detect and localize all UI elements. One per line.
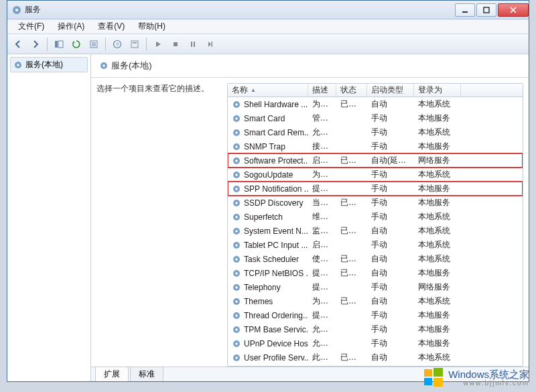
forward-button[interactable]	[27, 36, 44, 52]
watermark-url: www.bjjmlv.com	[448, 379, 529, 387]
gear-icon	[232, 142, 241, 151]
cell-start: 手动	[367, 113, 414, 124]
service-row[interactable]: Thread Ordering...提供...手动本地服务	[228, 308, 523, 322]
toolbar-separator	[146, 38, 147, 51]
svg-rect-57	[424, 369, 432, 377]
service-row[interactable]: User Profile Serv...此服...已启动自动本地系统	[228, 350, 523, 365]
service-row[interactable]: Superfetch维护...手动本地系统	[228, 210, 523, 224]
cell-name: Themes	[228, 297, 308, 306]
menu-view[interactable]: 查看(V)	[91, 19, 131, 34]
gear-icon	[232, 353, 241, 363]
svg-point-26	[235, 145, 238, 148]
menu-action[interactable]: 操作(A)	[51, 19, 91, 34]
gear-icon	[232, 241, 241, 250]
service-row[interactable]: SSDP Discovery当发...已启动手动本地服务	[228, 196, 523, 210]
gear-icon	[232, 297, 241, 306]
back-button[interactable]	[10, 36, 26, 52]
menu-file[interactable]: 文件(F)	[11, 19, 51, 34]
svg-point-1	[15, 9, 18, 11]
column-header-name[interactable]: 名称▲	[228, 84, 308, 96]
cell-logon: 本地系统	[414, 352, 461, 363]
services-list-body[interactable]: Shell Hardware ...为自...已启动自动本地系统Smart Ca…	[228, 97, 523, 366]
svg-point-34	[235, 202, 238, 204]
service-row[interactable]: TCP/IP NetBIOS ...提供 ...已启动自动本地服务	[228, 266, 523, 280]
menu-help[interactable]: 帮助(H)	[131, 19, 172, 34]
minimize-button[interactable]	[455, 3, 475, 17]
service-row[interactable]: TPM Base Servic...允许...手动本地服务	[228, 322, 523, 336]
restart-service-button[interactable]	[202, 36, 218, 52]
help-button[interactable]: ?	[109, 36, 125, 52]
cell-desc: 允许...	[308, 324, 336, 335]
column-header-logon[interactable]: 登录为	[414, 84, 461, 96]
service-row[interactable]: Software Protect...启用 ...已启动自动(延迟...网络服务	[228, 153, 523, 168]
cell-logon: 本地服务	[414, 197, 461, 208]
service-row[interactable]: System Event N...监视...已启动自动本地系统	[228, 224, 523, 238]
cell-logon: 本地服务	[414, 310, 461, 321]
service-row[interactable]: SPP Notification ...提供...手动本地服务	[228, 182, 523, 196]
start-service-button[interactable]	[150, 36, 166, 52]
cell-desc: 提供 ...	[308, 267, 336, 279]
stop-service-button[interactable]	[168, 36, 184, 52]
cell-logon: 本地服务	[414, 324, 461, 335]
show-hide-tree-button[interactable]	[51, 36, 67, 52]
window-title: 服务	[25, 4, 454, 15]
tab-standard[interactable]: 标准	[130, 367, 163, 381]
toolbar: ?	[7, 34, 529, 54]
export-list-button[interactable]	[86, 36, 102, 52]
cell-logon: 本地系统	[414, 127, 461, 138]
service-row[interactable]: Tablet PC Input ...启用 ...手动本地系统	[228, 238, 523, 252]
svg-point-18	[103, 64, 105, 67]
cell-start: 手动	[367, 141, 414, 152]
gear-icon	[232, 170, 241, 180]
cell-desc: 允许...	[308, 338, 336, 349]
service-row[interactable]: Themes为用...已启动自动本地系统	[228, 294, 523, 308]
svg-point-22	[235, 117, 238, 120]
cell-desc: 启用 ...	[308, 239, 336, 251]
tree-node-services-local[interactable]: 服务(本地)	[10, 57, 88, 72]
gear-icon	[13, 60, 23, 70]
cell-start: 自动(延迟...	[367, 155, 414, 166]
maximize-button[interactable]	[476, 3, 496, 17]
services-app-icon	[11, 5, 22, 15]
cell-desc: 使用...	[308, 253, 336, 265]
tab-extended[interactable]: 扩展	[95, 367, 129, 381]
service-row[interactable]: SogouUpdate为搜...手动本地系统	[228, 168, 523, 182]
detail-pane-header: 服务(本地)	[91, 54, 529, 78]
svg-rect-12	[191, 42, 192, 47]
close-button[interactable]	[498, 3, 529, 17]
cell-state: 已启动	[336, 253, 367, 265]
description-prompt: 选择一个项目来查看它的描述。	[96, 83, 222, 94]
cell-logon: 本地系统	[414, 211, 461, 222]
refresh-button[interactable]	[68, 36, 84, 52]
service-row[interactable]: Smart Card管理...手动本地服务	[228, 111, 523, 125]
cell-logon: 本地系统	[414, 239, 461, 251]
pause-service-button[interactable]	[185, 36, 201, 52]
cell-start: 自动	[367, 99, 414, 110]
cell-logon: 本地服务	[414, 183, 461, 194]
gear-icon	[232, 325, 241, 334]
properties-button[interactable]	[127, 36, 143, 52]
column-header-state[interactable]: 状态	[336, 84, 367, 96]
menubar: 文件(F) 操作(A) 查看(V) 帮助(H)	[7, 19, 529, 34]
column-header-start[interactable]: 启动类型	[367, 84, 414, 96]
svg-rect-10	[133, 42, 137, 44]
service-row[interactable]: Task Scheduler使用...已启动自动本地系统	[228, 252, 523, 266]
service-row[interactable]: Shell Hardware ...为自...已启动自动本地系统	[228, 97, 523, 111]
cell-desc: 接收...	[308, 141, 336, 152]
gear-icon	[232, 226, 241, 236]
svg-point-44	[235, 272, 238, 275]
svg-point-28	[235, 159, 238, 162]
cell-name: TPM Base Servic...	[228, 325, 308, 334]
cell-state: 已启动	[336, 225, 367, 237]
cell-logon: 网络服务	[414, 155, 461, 166]
column-header-desc[interactable]: 描述	[308, 84, 336, 96]
column-header-row: 名称▲ 描述 状态 启动类型 登录为	[228, 84, 523, 97]
cell-desc: 提供...	[308, 310, 336, 321]
tree-pane: 服务(本地)	[7, 54, 91, 381]
svg-point-42	[235, 258, 238, 261]
svg-point-30	[235, 174, 238, 176]
service-row[interactable]: UPnP Device Host允许...手动本地服务	[228, 336, 523, 350]
service-row[interactable]: Telephony提供...手动网络服务	[228, 280, 523, 294]
service-row[interactable]: Smart Card Rem...允许...手动本地系统	[228, 125, 523, 139]
service-row[interactable]: SNMP Trap接收...手动本地服务	[228, 139, 523, 153]
